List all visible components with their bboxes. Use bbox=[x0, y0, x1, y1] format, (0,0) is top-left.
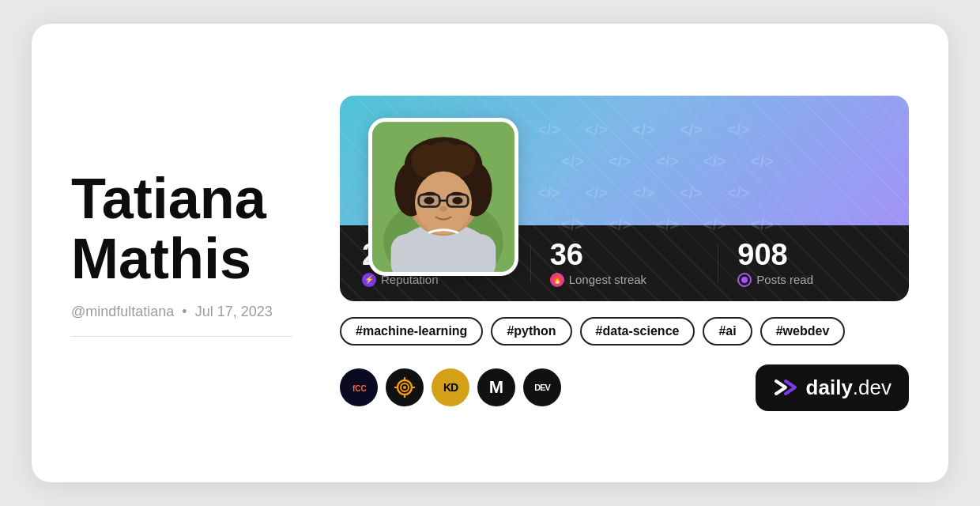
daily-dev-logo[interactable]: daily.dev bbox=[756, 364, 909, 411]
source-fcc[interactable]: fCC bbox=[340, 368, 378, 406]
bottom-row: fCC bbox=[340, 364, 909, 411]
source-icons: fCC bbox=[340, 368, 561, 406]
svg-point-46 bbox=[403, 386, 406, 389]
svg-text:</>: </> bbox=[609, 216, 631, 233]
tag-webdev[interactable]: #webdev bbox=[760, 317, 846, 346]
svg-text:</>: </> bbox=[537, 121, 560, 138]
source-medium[interactable]: M bbox=[477, 368, 515, 406]
svg-text:</>: </> bbox=[609, 153, 631, 170]
user-fullname: Tatiana Mathis bbox=[71, 169, 292, 289]
tag-machine-learning[interactable]: #machine-learning bbox=[340, 317, 483, 346]
svg-text:</>: </> bbox=[680, 121, 703, 138]
tag-python[interactable]: #python bbox=[491, 317, 571, 346]
source-devto[interactable]: DEV bbox=[523, 368, 561, 406]
svg-text:</>: </> bbox=[632, 184, 655, 202]
svg-text:</>: </> bbox=[537, 184, 560, 202]
user-meta: @mindfultatiana • Jul 17, 2023 bbox=[71, 304, 292, 320]
source-kd[interactable]: KD bbox=[432, 368, 469, 406]
avatar bbox=[368, 118, 518, 276]
svg-text:</>: </> bbox=[585, 184, 608, 202]
svg-rect-23 bbox=[391, 234, 496, 272]
svg-text:</>: </> bbox=[656, 153, 679, 170]
left-section: Tatiana Mathis @mindfultatiana • Jul 17,… bbox=[71, 169, 292, 336]
brand-text: daily.dev bbox=[806, 376, 891, 400]
svg-text:</>: </> bbox=[727, 121, 750, 138]
svg-text:</>: </> bbox=[727, 184, 750, 202]
profile-banner: </></></></></> </></></></></> </></></… bbox=[340, 96, 909, 301]
svg-point-38 bbox=[424, 197, 434, 204]
svg-text:</>: </> bbox=[632, 121, 655, 138]
svg-point-40 bbox=[439, 206, 447, 212]
svg-text:</>: </> bbox=[680, 184, 703, 202]
svg-text:</>: </> bbox=[751, 216, 774, 233]
svg-text:</>: </> bbox=[703, 216, 726, 233]
right-section: </></></></></> </></></></></> </></></… bbox=[340, 96, 909, 411]
svg-text:</>: </> bbox=[585, 121, 608, 138]
tag-ai[interactable]: #ai bbox=[703, 317, 752, 346]
svg-text:</>: </> bbox=[561, 153, 584, 170]
tags-section: #machine-learning #python #data-science … bbox=[340, 317, 909, 346]
svg-point-39 bbox=[452, 197, 462, 204]
svg-text:</>: </> bbox=[656, 216, 679, 233]
svg-text:</>: </> bbox=[751, 153, 774, 170]
divider bbox=[71, 336, 292, 337]
join-date: Jul 17, 2023 bbox=[195, 304, 273, 319]
svg-text:</>: </> bbox=[703, 153, 726, 170]
source-daily[interactable] bbox=[386, 368, 424, 406]
username: @mindfultatiana bbox=[71, 304, 174, 319]
profile-card: Tatiana Mathis @mindfultatiana • Jul 17,… bbox=[32, 24, 948, 482]
tag-data-science[interactable]: #data-science bbox=[580, 317, 695, 346]
svg-text:</>: </> bbox=[561, 216, 584, 233]
svg-text:fCC: fCC bbox=[352, 384, 367, 393]
